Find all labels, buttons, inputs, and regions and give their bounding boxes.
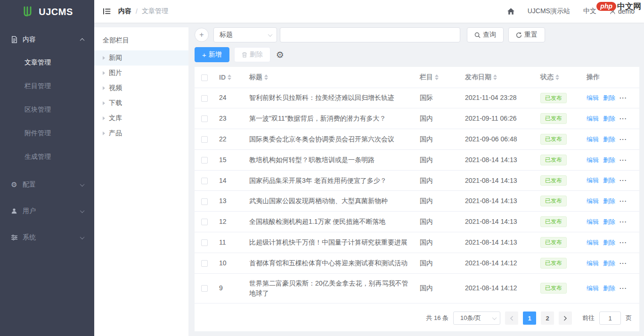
- edit-link[interactable]: 编辑: [587, 284, 599, 293]
- home-icon[interactable]: [507, 8, 514, 15]
- next-page-button[interactable]: [559, 311, 572, 325]
- goto-page-input[interactable]: [599, 311, 621, 325]
- edit-link[interactable]: 编辑: [587, 217, 599, 227]
- cell-id: 12: [215, 212, 245, 232]
- sidebar-section-config[interactable]: ⚙ 配置: [0, 172, 94, 198]
- sidebar-fold-icon[interactable]: [103, 8, 111, 15]
- more-actions-icon[interactable]: ···: [620, 238, 627, 247]
- tree-item[interactable]: 新闻: [94, 50, 188, 66]
- search-button[interactable]: 查询: [467, 27, 504, 42]
- delete-link[interactable]: 删除: [603, 135, 615, 144]
- cell-date: 2021-08-14 14:13: [461, 149, 537, 170]
- sidebar-submenu-item[interactable]: 文章管理: [0, 51, 94, 74]
- sidebar-submenu-content: 文章管理 栏目管理 区块管理 附件管理 生成管理: [0, 51, 94, 169]
- edit-link[interactable]: 编辑: [587, 259, 599, 268]
- add-condition-button[interactable]: +: [195, 28, 209, 42]
- cell-channel: 国内: [416, 273, 461, 303]
- filter-bar: + 标题 查询: [195, 27, 639, 42]
- tree-item[interactable]: 下载: [94, 96, 188, 111]
- sidebar-section-content[interactable]: 内容: [0, 28, 94, 51]
- edit-link[interactable]: 编辑: [587, 176, 599, 185]
- row-checkbox[interactable]: [201, 260, 208, 267]
- more-actions-icon[interactable]: ···: [620, 176, 627, 185]
- chevron-down-icon: [268, 32, 273, 37]
- tree-item[interactable]: 图片: [94, 66, 188, 81]
- delete-link[interactable]: 删除: [603, 284, 615, 293]
- delete-link[interactable]: 删除: [603, 217, 615, 227]
- logo[interactable]: UJCMS: [0, 0, 94, 24]
- main-panel: + 标题 查询: [188, 23, 644, 336]
- delete-link[interactable]: 删除: [603, 197, 615, 206]
- reset-button[interactable]: 重置: [508, 27, 545, 42]
- delete-link[interactable]: 删除: [603, 114, 615, 123]
- page-size-select[interactable]: 10条/页: [453, 311, 500, 325]
- delete-link[interactable]: 删除: [603, 259, 615, 268]
- more-actions-icon[interactable]: ···: [620, 217, 627, 227]
- sidebar-submenu-item[interactable]: 栏目管理: [0, 74, 94, 98]
- tree-item[interactable]: 产品: [94, 126, 188, 141]
- row-checkbox[interactable]: [201, 178, 208, 184]
- more-actions-icon[interactable]: ···: [620, 259, 627, 268]
- tree-all-channels[interactable]: 全部栏目: [94, 32, 188, 50]
- more-actions-icon[interactable]: ···: [620, 93, 627, 103]
- sort-icon[interactable]: [228, 74, 231, 80]
- more-actions-icon[interactable]: ···: [620, 156, 627, 165]
- language-switch[interactable]: 中文: [583, 7, 596, 16]
- sidebar-submenu-item[interactable]: 区块管理: [0, 98, 94, 122]
- caret-right-icon[interactable]: [103, 71, 105, 75]
- add-article-button[interactable]: + 新增: [195, 47, 229, 62]
- row-checkbox[interactable]: [201, 115, 208, 122]
- row-checkbox[interactable]: [201, 198, 208, 205]
- sort-icon[interactable]: [493, 74, 497, 80]
- cell-channel: 国内: [416, 149, 461, 170]
- site-link[interactable]: UJCMS演示站: [528, 7, 570, 16]
- delete-link[interactable]: 删除: [603, 238, 615, 247]
- column-settings-icon[interactable]: ⚙: [276, 50, 284, 59]
- row-checkbox[interactable]: [201, 157, 208, 164]
- tree-item[interactable]: 文库: [94, 111, 188, 126]
- caret-right-icon[interactable]: [103, 116, 105, 120]
- row-checkbox[interactable]: [201, 285, 208, 292]
- sidebar-submenu-item[interactable]: 生成管理: [0, 145, 94, 169]
- table-row: 15 教培机构如何转型？职教培训或是一条明路 国内 2021-08-14 14:…: [195, 149, 639, 170]
- keyword-input[interactable]: [280, 27, 460, 42]
- select-all-checkbox[interactable]: [201, 74, 208, 81]
- row-checkbox[interactable]: [201, 239, 208, 246]
- edit-link[interactable]: 编辑: [587, 135, 599, 144]
- caret-right-icon[interactable]: [103, 101, 105, 105]
- edit-link[interactable]: 编辑: [587, 93, 599, 103]
- page-number-button[interactable]: 1: [523, 311, 536, 325]
- delete-link[interactable]: 删除: [603, 93, 615, 103]
- edit-link[interactable]: 编辑: [587, 114, 599, 123]
- sort-icon[interactable]: [435, 74, 439, 80]
- sidebar-submenu-item[interactable]: 附件管理: [0, 122, 94, 145]
- delete-link[interactable]: 删除: [603, 176, 615, 185]
- page-number-button[interactable]: 2: [541, 311, 554, 325]
- tree-item[interactable]: 视频: [94, 81, 188, 96]
- more-actions-icon[interactable]: ···: [620, 114, 627, 123]
- row-checkbox[interactable]: [201, 219, 208, 225]
- document-icon: [10, 36, 18, 43]
- chevron-down-icon: [492, 315, 497, 320]
- caret-right-icon[interactable]: [103, 56, 105, 60]
- row-checkbox[interactable]: [201, 95, 208, 102]
- more-actions-icon[interactable]: ···: [620, 197, 627, 206]
- filter-field-select[interactable]: 标题: [213, 27, 277, 42]
- edit-link[interactable]: 编辑: [587, 197, 599, 206]
- cell-title: 教培机构如何转型？职教培训或是一条明路: [245, 149, 416, 170]
- more-actions-icon[interactable]: ···: [620, 135, 627, 144]
- sidebar-section-system[interactable]: 系统: [0, 224, 94, 251]
- sort-icon[interactable]: [555, 74, 559, 80]
- prev-page-button[interactable]: [505, 311, 518, 325]
- caret-right-icon[interactable]: [103, 131, 105, 135]
- sort-icon[interactable]: [264, 74, 268, 80]
- delete-selected-button[interactable]: 删除: [234, 47, 270, 62]
- sidebar-section-users[interactable]: 用户: [0, 198, 94, 224]
- row-checkbox[interactable]: [201, 136, 208, 143]
- caret-right-icon[interactable]: [103, 86, 105, 90]
- delete-link[interactable]: 删除: [603, 156, 615, 165]
- breadcrumb-root[interactable]: 内容: [118, 7, 131, 16]
- edit-link[interactable]: 编辑: [587, 238, 599, 247]
- more-actions-icon[interactable]: ···: [620, 284, 627, 293]
- edit-link[interactable]: 编辑: [587, 156, 599, 165]
